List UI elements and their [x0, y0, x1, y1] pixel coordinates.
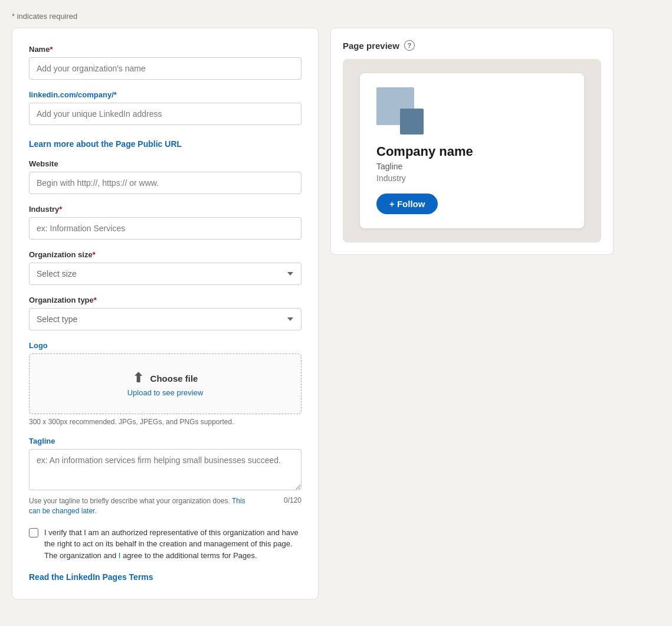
form-card: Name* linkedin.com/company/* Learn more … — [12, 28, 319, 599]
preview-box: Company name Tagline Industry + Follow — [343, 59, 601, 242]
org-size-label: Organization size* — [29, 250, 301, 259]
preview-card: Page preview ? Company name Tagline Indu… — [330, 28, 614, 255]
help-icon[interactable]: ? — [404, 40, 415, 51]
logo-rect2 — [400, 109, 424, 135]
tagline-footer: Use your tagline to briefly describe wha… — [29, 496, 301, 516]
preview-title-row: Page preview ? — [343, 40, 601, 51]
pages-terms-link[interactable]: Read the LinkedIn Pages Terms — [29, 572, 153, 582]
verify-row: I verify that I am an authorized represe… — [29, 527, 301, 562]
verify-checkbox[interactable] — [29, 528, 38, 537]
follow-button[interactable]: + Follow — [376, 194, 438, 214]
verify-text-secondary: agree to the additional terms for Pages. — [123, 551, 257, 560]
org-type-label: Organization type* — [29, 296, 301, 304]
verify-i-link[interactable]: I — [119, 551, 121, 560]
learn-more-link[interactable]: Learn more about the Page Public URL — [29, 139, 182, 149]
industry-label: Industry* — [29, 205, 301, 214]
verify-text: I verify that I am an authorized represe… — [44, 527, 301, 562]
website-field-group: Website — [29, 159, 301, 194]
preview-logo-placeholder — [376, 87, 424, 135]
choose-file-text: Choose file — [150, 373, 198, 384]
linkedin-input[interactable] — [29, 103, 301, 125]
tagline-label: Tagline — [29, 437, 301, 445]
preview-tagline-text: Tagline — [376, 162, 568, 171]
industry-field-group: Industry* — [29, 205, 301, 240]
preview-company-name: Company name — [376, 144, 568, 159]
tagline-textarea[interactable] — [29, 449, 301, 490]
website-label: Website — [29, 159, 301, 168]
org-type-select-wrapper: Select type — [29, 308, 301, 330]
preview-industry-text: Industry — [376, 173, 568, 183]
logo-upload-area[interactable]: ⬆ Choose file Upload to see preview — [29, 353, 301, 414]
org-type-select[interactable]: Select type — [29, 308, 301, 330]
tagline-field-group: Tagline Use your tagline to briefly desc… — [29, 437, 301, 516]
linkedin-label: linkedin.com/company/* — [29, 90, 301, 99]
org-type-field-group: Organization type* Select type — [29, 296, 301, 330]
tagline-hint-text: Use your tagline to briefly describe wha… — [29, 497, 230, 505]
preview-title: Page preview — [343, 41, 399, 51]
linkedin-field-group: linkedin.com/company/* — [29, 90, 301, 125]
org-type-required-star: * — [94, 296, 97, 304]
org-size-required-star: * — [93, 250, 96, 259]
logo-field-group: Logo ⬆ Choose file Upload to see preview… — [29, 341, 301, 426]
tagline-hint: Use your tagline to briefly describe wha… — [29, 496, 253, 516]
name-field-group: Name* — [29, 45, 301, 80]
name-required-star: * — [50, 45, 53, 54]
name-label: Name* — [29, 45, 301, 54]
org-size-select-wrapper: Select size — [29, 263, 301, 285]
upload-preview-text: Upload to see preview — [39, 388, 291, 397]
upload-icon: ⬆ — [133, 371, 143, 386]
logo-hint: 300 x 300px recommended. JPGs, JPEGs, an… — [29, 418, 301, 426]
main-layout: Name* linkedin.com/company/* Learn more … — [12, 28, 660, 599]
choose-file-row: ⬆ Choose file — [39, 371, 291, 386]
website-input[interactable] — [29, 172, 301, 194]
logo-label: Logo — [29, 341, 301, 350]
preview-inner: Company name Tagline Industry + Follow — [360, 73, 584, 228]
name-input[interactable] — [29, 57, 301, 80]
org-size-field-group: Organization size* Select size — [29, 250, 301, 285]
industry-input[interactable] — [29, 217, 301, 240]
tagline-count: 0/120 — [284, 496, 301, 504]
required-note: * indicates required — [12, 12, 660, 21]
industry-required-star: * — [59, 205, 62, 214]
org-size-select[interactable]: Select size — [29, 263, 301, 285]
